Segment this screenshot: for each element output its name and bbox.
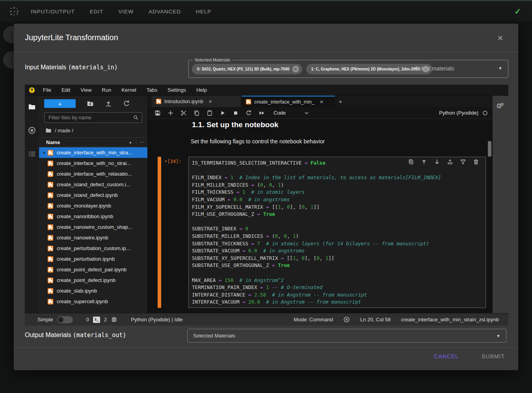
select-materials-placeholder[interactable]: Select materials	[415, 65, 454, 72]
file-row[interactable]: create_island_defect.ipynb	[39, 190, 147, 200]
menu-item-help[interactable]: HELP	[196, 9, 211, 15]
cell-type-dropdown[interactable]: Code	[273, 110, 286, 116]
breadcrumb-path[interactable]: / made /	[55, 128, 73, 133]
terminals-count[interactable]: 0	[86, 317, 89, 323]
move-cell-down-icon[interactable]	[434, 159, 440, 165]
notebook-icon	[156, 98, 162, 104]
jl-menu-settings[interactable]: Settings	[167, 87, 186, 93]
active-cell-indicator[interactable]	[158, 157, 161, 308]
chip-remove-icon[interactable]: ✕	[292, 66, 299, 72]
file-row[interactable]: create_supercell.ipynb	[39, 296, 147, 307]
file-row[interactable]: create_interface_with_relaxatio...	[39, 169, 147, 179]
file-row[interactable]: create_point_defect_pair.ipynb	[39, 264, 147, 275]
jl-menu-help[interactable]: Help	[196, 87, 207, 93]
settings-gears-icon[interactable]: ⚙⚙	[496, 102, 504, 110]
output-materials-dropdown[interactable]: Selected Materials ▼	[187, 329, 506, 343]
cell-type-caret-icon[interactable]	[304, 110, 309, 116]
cut-cell-icon[interactable]	[180, 110, 187, 116]
file-row[interactable]: create_perturbation.ipynb	[39, 254, 147, 264]
insert-cell-above-icon[interactable]	[447, 159, 453, 165]
menu-item-edit[interactable]: EDIT	[90, 9, 104, 15]
notebook-icon	[47, 203, 54, 209]
menu-item-view[interactable]: VIEW	[119, 9, 134, 15]
tab-introduction[interactable]: Introduction.ipynb ✕	[152, 96, 242, 107]
save-icon[interactable]	[154, 110, 161, 116]
file-row[interactable]: ●create_interface_with_min_stra...	[39, 147, 147, 158]
file-row[interactable]: create_nanowire.ipynb	[39, 232, 147, 243]
tab-label[interactable]: create_interface_with_min_	[254, 99, 314, 105]
table-of-contents-tab-icon[interactable]	[28, 150, 36, 158]
file-filter-input[interactable]	[48, 114, 133, 121]
dialog-header: JupyterLite Transformation ✕	[14, 24, 518, 52]
breadcrumb-folder-icon[interactable]	[45, 127, 52, 133]
filelist-header[interactable]: Name ▲ ⋯	[39, 137, 147, 147]
copy-cell-icon[interactable]	[193, 110, 200, 116]
file-row[interactable]: create_monolayer.ipynb	[39, 200, 147, 211]
file-row[interactable]: create_interface_with_no_strai...	[39, 158, 147, 169]
notebook-scrollbar[interactable]	[488, 119, 491, 313]
cursor-position[interactable]: Ln 20, Col 58	[360, 317, 391, 323]
kernel-status-icon[interactable]	[482, 110, 488, 116]
run-cell-icon[interactable]	[219, 110, 226, 116]
jl-menu-file[interactable]: File	[43, 87, 51, 93]
menu-item-advanced[interactable]: ADVANCED	[149, 9, 181, 15]
file-filter-box[interactable]	[44, 112, 142, 123]
file-row[interactable]: create_slab.ipynb	[39, 285, 147, 296]
material-chip[interactable]: 0: SiO2, Quartz, HEX (P3_121) 3D (Bulk),…	[192, 64, 302, 74]
file-name: create_perturbation_custom.ip...	[57, 245, 130, 251]
delete-cell-icon[interactable]	[473, 159, 479, 165]
apply-check-icon[interactable]: ✓	[514, 7, 521, 16]
name-column-header[interactable]: Name	[46, 139, 60, 145]
duplicate-cell-icon[interactable]	[408, 159, 414, 165]
more-columns-icon[interactable]: ⋯	[136, 139, 144, 145]
file-row[interactable]: create_point_defect.ipynb	[39, 275, 147, 285]
file-row[interactable]: create_perturbation_custom.ip...	[39, 243, 147, 254]
code-cell-editor[interactable]: IS_TERMINATIONS_SELECTION_INTERACTIVE = …	[188, 157, 486, 308]
tab-label[interactable]: Introduction.ipynb	[164, 99, 203, 104]
new-folder-icon[interactable]	[87, 100, 94, 107]
kernels-count[interactable]: 2	[104, 317, 107, 323]
jl-menu-view[interactable]: View	[80, 87, 91, 93]
dialog-close-icon[interactable]: ✕	[497, 34, 503, 43]
move-cell-up-icon[interactable]	[421, 159, 427, 165]
material-chip[interactable]: 1: C, Graphene, HEX (P6/mmm) 2D (Monolay…	[306, 64, 432, 74]
file-row[interactable]: create_nanoribbon.ipynb	[39, 211, 147, 222]
submit-button[interactable]: SUBMIT	[479, 353, 507, 360]
tab-create-interface[interactable]: create_interface_with_min_ ✕	[242, 96, 335, 107]
command-mode-indicator[interactable]: Mode: Command	[294, 317, 333, 323]
filebrowser-tab-icon[interactable]	[28, 103, 36, 111]
jl-menu-run[interactable]: Run	[102, 87, 111, 93]
cancel-button[interactable]: CANCEL	[432, 353, 461, 360]
file-row[interactable]: create_island_defect_custom.i...	[39, 179, 147, 190]
new-tab-button[interactable]: +	[335, 96, 346, 107]
upload-icon[interactable]	[105, 100, 112, 107]
jl-menu-tabs[interactable]: Tabs	[147, 87, 157, 93]
select-materials-caret-icon[interactable]: ▼	[498, 66, 502, 70]
tab-close-icon[interactable]: ✕	[320, 99, 324, 105]
kernel-status-text[interactable]: Python (Pyodide) | Idle	[131, 317, 182, 323]
breadcrumb[interactable]: / made /	[45, 127, 73, 133]
refresh-filelist-icon[interactable]	[123, 100, 130, 107]
jl-menu-edit[interactable]: Edit	[61, 87, 70, 93]
insert-cell-icon[interactable]	[167, 110, 174, 116]
file-row[interactable]: create_nanowire_custom_shap...	[39, 222, 147, 232]
run-all-icon[interactable]	[259, 110, 265, 116]
tab-close-icon[interactable]: ✕	[208, 99, 212, 104]
running-kernels-tab-icon[interactable]	[28, 126, 36, 134]
app-logo-icon[interactable]	[9, 6, 20, 17]
scrollbar-thumb[interactable]	[488, 141, 491, 157]
restart-kernel-icon[interactable]	[246, 110, 252, 116]
sort-caret-icon[interactable]: ▲	[129, 141, 132, 144]
selected-materials-field[interactable]: Selected Materials 0: SiO2, Quartz, HEX …	[188, 60, 508, 78]
output-dropdown-caret-icon[interactable]: ▼	[496, 334, 500, 338]
new-launcher-button[interactable]: +	[44, 99, 76, 108]
simple-mode-toggle[interactable]	[57, 316, 73, 323]
insert-cell-below-icon[interactable]	[460, 159, 466, 165]
lightbulb-icon[interactable]	[29, 87, 35, 93]
menu-item-input-output[interactable]: INPUT/OUTPUT	[31, 9, 75, 15]
trust-shield-icon[interactable]	[343, 316, 350, 323]
paste-cell-icon[interactable]	[206, 110, 213, 116]
jl-menu-kernel[interactable]: Kernel	[121, 87, 136, 93]
interrupt-kernel-icon[interactable]	[233, 110, 239, 116]
kernel-name[interactable]: Python (Pyodide)	[439, 110, 478, 116]
